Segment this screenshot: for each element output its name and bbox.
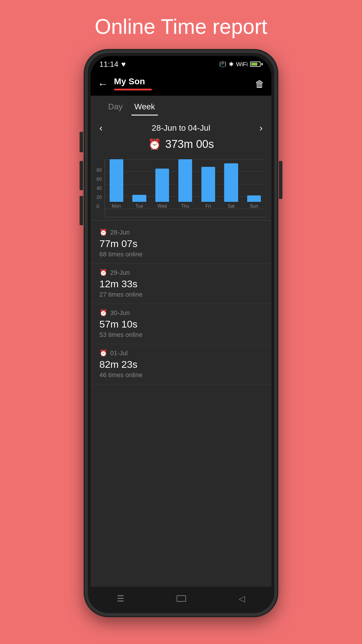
day-entry-1: ⏰ 29-Jun 12m 33s 27 times online	[91, 264, 271, 304]
bar-label-mon: Mon	[112, 204, 121, 209]
bar-thu	[178, 159, 192, 202]
battery-icon	[250, 62, 263, 67]
side-button-right	[279, 161, 282, 199]
day-times-online-2: 53 times online	[99, 331, 263, 339]
status-heart-icon: ♥	[121, 60, 126, 69]
tab-week[interactable]: Week	[129, 102, 161, 116]
bar-label-sat: Sat	[228, 204, 235, 209]
y-label-80: 80	[96, 168, 102, 173]
day-date-3: 01-Jul	[110, 349, 128, 357]
daily-entries-list: ⏰ 28-Jun 77m 07s 68 times online ⏰ 29-Ju…	[91, 220, 271, 387]
bar-chart: 0 20 40 60 80	[91, 156, 271, 220]
screen: 11:14 ♥ 📳 ✱ WiFi ←	[91, 56, 271, 610]
user-info: My Son	[114, 76, 255, 92]
day-date-0: 28-Jun	[110, 229, 130, 236]
user-subtitle-redacted	[114, 89, 152, 90]
date-range-label: 28-Jun to 04-Jul	[152, 123, 210, 133]
bar-fri	[201, 167, 215, 202]
total-duration: 373m 00s	[165, 138, 214, 150]
status-icons-group: 📳 ✱ WiFi	[219, 61, 263, 68]
bar-mon	[110, 159, 123, 202]
bar-col-thu: Thu	[174, 159, 197, 209]
y-label-20: 20	[96, 195, 102, 200]
delete-button[interactable]: 🗑	[255, 79, 264, 90]
back-button[interactable]: ←	[98, 78, 108, 90]
tab-day[interactable]: Day	[102, 102, 129, 116]
home-button[interactable]	[177, 595, 186, 602]
top-bar: ← My Son 🗑	[91, 72, 271, 96]
bar-col-tue: Tue	[128, 159, 151, 209]
phone-frame: 11:14 ♥ 📳 ✱ WiFi ←	[85, 50, 277, 616]
bar-sun	[247, 195, 261, 202]
day-header-0: ⏰ 28-Jun	[99, 229, 263, 236]
day-header-3: ⏰ 01-Jul	[99, 349, 263, 357]
day-clock-icon-2: ⏰	[99, 309, 107, 317]
day-clock-icon-1: ⏰	[99, 269, 107, 276]
day-duration-2: 57m 10s	[99, 318, 263, 330]
bar-label-wed: Wed	[157, 204, 167, 209]
bar-col-mon: Mon	[105, 159, 128, 209]
y-label-60: 60	[96, 177, 102, 182]
day-entry-3: ⏰ 01-Jul 82m 23s 46 times online	[91, 344, 271, 384]
bar-tue	[132, 195, 146, 202]
user-name: My Son	[114, 76, 255, 86]
day-duration-3: 82m 23s	[99, 359, 263, 370]
total-time-display: ⏰ 373m 00s	[91, 136, 271, 156]
bar-label-tue: Tue	[135, 204, 143, 209]
day-entry-2: ⏰ 30-Jun 57m 10s 53 times online	[91, 304, 271, 344]
day-date-2: 30-Jun	[110, 309, 130, 317]
y-label-40: 40	[96, 186, 102, 191]
prev-date-button[interactable]: ‹	[99, 123, 103, 133]
bar-label-fri: Fri	[205, 204, 211, 209]
day-times-online-3: 46 times online	[99, 371, 263, 379]
side-button-1	[80, 132, 83, 152]
bar-label-sun: Sun	[250, 204, 258, 209]
status-time-group: 11:14 ♥	[99, 60, 126, 69]
day-duration-0: 77m 07s	[99, 238, 263, 249]
date-navigation: ‹ 28-Jun to 04-Jul ›	[91, 116, 271, 136]
bar-label-thu: Thu	[181, 204, 189, 209]
bottom-navigation: ☰ ◁	[91, 587, 271, 610]
wifi-icon: WiFi	[236, 61, 248, 68]
system-back-button[interactable]: ◁	[239, 594, 245, 603]
day-duration-1: 12m 33s	[99, 278, 263, 290]
day-times-online-0: 68 times online	[99, 251, 263, 258]
day-date-1: 29-Jun	[110, 269, 130, 276]
menu-button[interactable]: ☰	[117, 594, 124, 603]
main-content: ‹ 28-Jun to 04-Jul › ⏰ 373m 00s 0 20	[91, 116, 271, 587]
day-clock-icon-3: ⏰	[99, 349, 107, 357]
bar-col-fri: Fri	[197, 159, 220, 209]
tabs-bar: Day Week	[91, 96, 271, 116]
bar-sat	[224, 163, 238, 202]
day-clock-icon-0: ⏰	[99, 229, 107, 236]
status-bar: 11:14 ♥ 📳 ✱ WiFi	[91, 56, 271, 72]
bar-col-wed: Wed	[151, 159, 174, 209]
next-date-button[interactable]: ›	[259, 123, 263, 133]
bar-col-sat: Sat	[220, 159, 243, 209]
day-times-online-1: 27 times online	[99, 291, 263, 298]
y-label-0: 0	[96, 204, 102, 209]
bar-col-sun: Sun	[242, 159, 266, 209]
vibrate-icon: 📳	[219, 61, 226, 68]
total-clock-icon: ⏰	[148, 138, 161, 150]
bluetooth-icon: ✱	[229, 61, 234, 68]
side-button-2	[80, 161, 83, 190]
day-header-2: ⏰ 30-Jun	[99, 309, 263, 317]
day-header-1: ⏰ 29-Jun	[99, 269, 263, 276]
day-entry-0: ⏰ 28-Jun 77m 07s 68 times online	[91, 223, 271, 264]
phone-shell: 11:14 ♥ 📳 ✱ WiFi ←	[85, 50, 277, 616]
side-button-3	[80, 196, 83, 225]
status-time: 11:14	[99, 60, 118, 69]
page-title: Online Time report	[95, 15, 267, 38]
bar-wed	[155, 169, 169, 202]
